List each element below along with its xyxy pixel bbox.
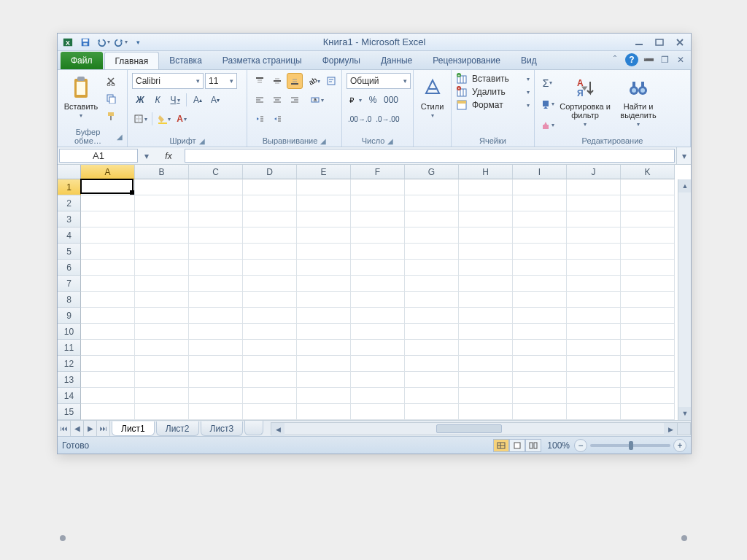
zoom-in-button[interactable]: + [673,439,686,452]
scroll-right-arrow[interactable]: ▶ [664,423,677,436]
cell[interactable] [135,388,189,404]
cell[interactable] [189,340,243,356]
cell[interactable] [135,228,189,244]
cell[interactable] [81,195,135,211]
cell[interactable] [351,372,405,388]
column-header[interactable]: J [567,165,621,179]
cell[interactable] [621,195,675,211]
comma-style-button[interactable]: 000 [382,92,400,108]
column-header[interactable]: C [189,165,243,179]
cell[interactable] [567,211,621,228]
bold-button[interactable]: Ж [132,92,148,108]
cell[interactable] [621,404,675,420]
cell[interactable] [81,211,135,228]
clear-button[interactable] [539,117,556,133]
font-name-combo[interactable]: Calibri▾ [132,73,204,89]
cell[interactable] [513,195,567,211]
cell[interactable] [243,244,297,260]
align-center-button[interactable] [269,92,285,108]
cell[interactable] [135,308,189,324]
decrease-decimal-button[interactable]: .0→.00 [374,111,400,127]
cell[interactable] [621,308,675,324]
row-header[interactable]: 7 [58,276,81,292]
cell[interactable] [351,388,405,404]
cell[interactable] [297,260,351,276]
row-header[interactable]: 6 [58,260,81,276]
cell[interactable] [297,340,351,356]
save-button[interactable] [78,35,93,50]
cell[interactable] [243,404,297,420]
number-dialog-launcher[interactable]: ◢ [387,137,393,145]
cell[interactable] [189,228,243,244]
decrease-indent-button[interactable] [252,111,268,127]
cell[interactable] [297,308,351,324]
cell[interactable] [621,244,675,260]
column-header[interactable]: D [243,165,297,179]
cell[interactable] [243,292,297,308]
cell[interactable] [135,260,189,276]
cell[interactable] [297,195,351,211]
cell[interactable] [513,308,567,324]
column-header[interactable]: A [81,165,135,179]
cell[interactable] [243,228,297,244]
row-header[interactable]: 12 [58,356,81,372]
cell[interactable] [81,292,135,308]
row-header[interactable]: 5 [58,244,81,260]
fill-button[interactable] [539,96,556,112]
cell[interactable] [513,324,567,340]
cell[interactable] [459,292,513,308]
cell[interactable] [81,308,135,324]
cell[interactable] [351,244,405,260]
column-header[interactable]: F [351,165,405,179]
cell[interactable] [351,404,405,420]
cell[interactable] [621,292,675,308]
cell[interactable] [405,244,459,260]
cell[interactable] [621,211,675,228]
row-header[interactable]: 15 [58,404,81,420]
cell[interactable] [351,211,405,228]
cell[interactable] [459,372,513,388]
cell[interactable] [513,404,567,420]
cell[interactable] [135,276,189,292]
select-all-corner[interactable] [58,165,81,179]
cell[interactable] [459,244,513,260]
cell[interactable] [567,356,621,372]
cell[interactable] [513,388,567,404]
name-box-dropdown[interactable]: ▾ [139,147,154,164]
cell[interactable] [135,211,189,228]
font-dialog-launcher[interactable]: ◢ [199,137,205,145]
cell[interactable] [621,340,675,356]
cell[interactable] [351,292,405,308]
normal-view-button[interactable] [493,439,509,452]
horizontal-scrollbar[interactable]: ◀ ▶ [271,422,678,435]
cell[interactable] [81,356,135,372]
cell[interactable] [513,244,567,260]
cell[interactable] [351,308,405,324]
cell[interactable] [297,404,351,420]
sheet-tab[interactable]: Лист3 [201,421,244,436]
cell[interactable] [135,179,189,195]
cell[interactable] [297,388,351,404]
cell[interactable] [351,228,405,244]
cell[interactable] [621,228,675,244]
workbook-minimize-icon[interactable]: ➖ [643,54,654,66]
cell[interactable] [567,324,621,340]
row-header[interactable]: 14 [58,388,81,404]
font-size-combo[interactable]: 11▾ [205,73,237,89]
cell[interactable] [189,372,243,388]
cell[interactable] [405,292,459,308]
cell[interactable] [243,388,297,404]
cell[interactable] [351,276,405,292]
column-header[interactable]: E [297,165,351,179]
cell[interactable] [135,372,189,388]
italic-button[interactable]: К [150,92,166,108]
cell[interactable] [567,260,621,276]
fill-color-button[interactable] [155,111,172,127]
tab-formulas[interactable]: Формулы [312,52,371,69]
row-header[interactable]: 2 [58,195,81,211]
cell[interactable] [513,260,567,276]
row-header[interactable]: 13 [58,372,81,388]
cell[interactable] [513,179,567,195]
cell[interactable] [459,179,513,195]
cells-grid[interactable] [81,179,678,420]
